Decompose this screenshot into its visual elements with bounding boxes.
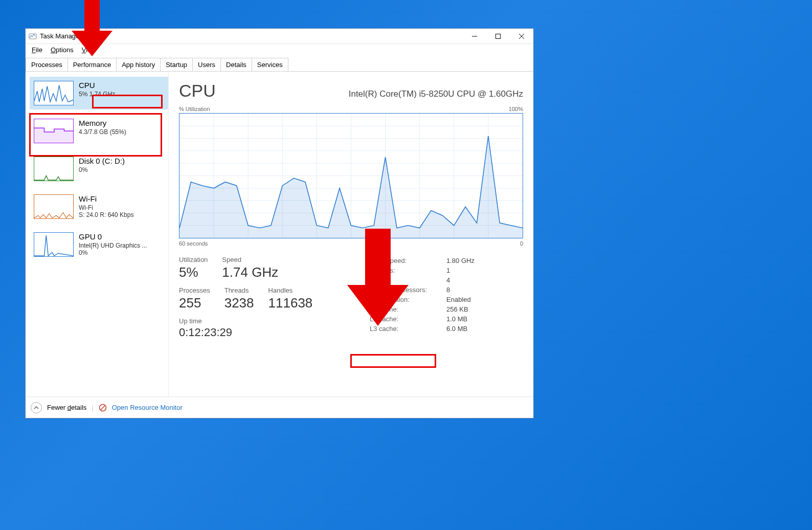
- menu-view[interactable]: View: [79, 45, 99, 55]
- utilization-label: Utilization: [179, 256, 208, 263]
- stats: Utilization 5% Speed 1.74 GHz Processes …: [179, 256, 523, 339]
- wifi-thumb-icon: [34, 194, 74, 219]
- graph-label-tr: 100%: [509, 106, 523, 112]
- menubar: File Options View: [26, 44, 533, 56]
- graph-label-bl: 60 seconds: [179, 240, 208, 247]
- tab-users[interactable]: Users: [192, 58, 221, 71]
- speed-value: 1.74 GHz: [222, 264, 278, 280]
- utilization-graph: [179, 113, 523, 238]
- spec-l2: L2 cache:1.0 MB: [370, 314, 523, 324]
- maximize-button[interactable]: [486, 29, 510, 44]
- tab-details[interactable]: Details: [220, 58, 252, 71]
- sidebar-item-sub: 5% 1.74 GHz: [79, 91, 115, 98]
- uptime-value: 0:12:23:29: [179, 326, 312, 339]
- cpu-thumb-icon: [34, 81, 74, 105]
- footer: Fewer details | Open Resource Monitor: [26, 396, 533, 418]
- window-title: Task Manager: [40, 32, 82, 40]
- memory-thumb-icon: [34, 119, 74, 143]
- sidebar-item-title: Wi-Fi: [79, 194, 133, 203]
- separator: |: [92, 404, 93, 411]
- sidebar: CPU 5% 1.74 GHz Memory 4.3/7.8 GB (55%): [26, 72, 169, 396]
- sidebar-item-gpu[interactable]: GPU 0 Intel(R) UHD Graphics ... 0%: [30, 228, 168, 261]
- handles-value: 111638: [268, 295, 313, 311]
- sidebar-item-cpu[interactable]: CPU 5% 1.74 GHz: [30, 77, 168, 109]
- task-manager-window: Task Manager File Options View Processes…: [25, 28, 534, 418]
- sidebar-item-sub: Wi-Fi: [79, 204, 133, 211]
- svg-marker-5: [34, 128, 73, 143]
- tab-startup[interactable]: Startup: [160, 58, 193, 71]
- tabbar: Processes Performance App history Startu…: [26, 58, 533, 72]
- sidebar-item-title: GPU 0: [79, 232, 147, 241]
- spec-l3: L3 cache:6.0 MB: [370, 324, 523, 334]
- tab-performance[interactable]: Performance: [67, 58, 117, 71]
- gpu-thumb-icon: [34, 232, 74, 257]
- open-resource-monitor-link[interactable]: Open Resource Monitor: [112, 404, 183, 411]
- sidebar-item-sub2: S: 24.0 R: 640 Kbps: [79, 211, 133, 218]
- sidebar-item-memory[interactable]: Memory 4.3/7.8 GB (55%): [30, 115, 168, 147]
- main-heading: CPU: [179, 81, 216, 101]
- graph-label-tl: % Utilization: [179, 106, 210, 112]
- spec-logical-processors: Logical processors:8: [370, 285, 523, 295]
- specs-table: Base speed:1.80 GHz Sockets:1 Cores:4 Lo…: [370, 256, 523, 339]
- sidebar-item-sub: 4.3/7.8 GB (55%): [79, 128, 126, 136]
- spec-base-speed: Base speed:1.80 GHz: [370, 256, 523, 266]
- utilization-value: 5%: [179, 264, 208, 280]
- spec-l1: L1 cache:256 KB: [370, 304, 523, 314]
- tab-services[interactable]: Services: [252, 58, 288, 71]
- menu-options[interactable]: Options: [48, 45, 77, 55]
- tab-processes[interactable]: Processes: [26, 58, 68, 71]
- close-button[interactable]: [510, 29, 533, 44]
- graph-label-br: 0: [520, 240, 523, 247]
- tab-app-history[interactable]: App history: [116, 58, 161, 71]
- cpu-name: Intel(R) Core(TM) i5-8250U CPU @ 1.60GHz: [349, 89, 523, 99]
- sidebar-item-sub: 0%: [79, 166, 125, 173]
- threads-value: 3238: [224, 295, 254, 311]
- processes-label: Processes: [179, 286, 210, 294]
- svg-rect-2: [496, 34, 501, 38]
- titlebar: Task Manager: [26, 29, 533, 44]
- spec-virtualization: Virtualization:Enabled: [370, 295, 523, 304]
- content: CPU 5% 1.74 GHz Memory 4.3/7.8 GB (55%): [26, 72, 533, 396]
- resource-monitor-icon: [99, 404, 107, 412]
- sidebar-item-disk[interactable]: Disk 0 (C: D:) 0%: [30, 152, 168, 185]
- app-icon: [29, 32, 37, 40]
- uptime-label: Up time: [179, 317, 312, 325]
- threads-label: Threads: [224, 286, 254, 294]
- menu-file[interactable]: File: [29, 45, 46, 55]
- sidebar-item-sub: Intel(R) UHD Graphics ...: [79, 242, 147, 249]
- disk-thumb-icon: [34, 157, 74, 181]
- spec-sockets: Sockets:1: [370, 266, 523, 275]
- minimize-button[interactable]: [463, 29, 486, 44]
- sidebar-item-title: Disk 0 (C: D:): [79, 157, 125, 165]
- handles-label: Handles: [268, 286, 313, 294]
- speed-label: Speed: [222, 256, 278, 263]
- sidebar-item-sub2: 0%: [79, 249, 147, 256]
- fewer-details-link[interactable]: Fewer details: [47, 404, 86, 411]
- sidebar-item-title: CPU: [79, 81, 115, 90]
- main-panel: CPU Intel(R) Core(TM) i5-8250U CPU @ 1.6…: [169, 72, 533, 396]
- sidebar-item-wifi[interactable]: Wi-Fi Wi-Fi S: 24.0 R: 640 Kbps: [30, 190, 168, 223]
- chevron-up-icon[interactable]: [31, 402, 42, 413]
- processes-value: 255: [179, 295, 210, 311]
- spec-cores: Cores:4: [370, 275, 523, 285]
- sidebar-item-title: Memory: [79, 119, 126, 127]
